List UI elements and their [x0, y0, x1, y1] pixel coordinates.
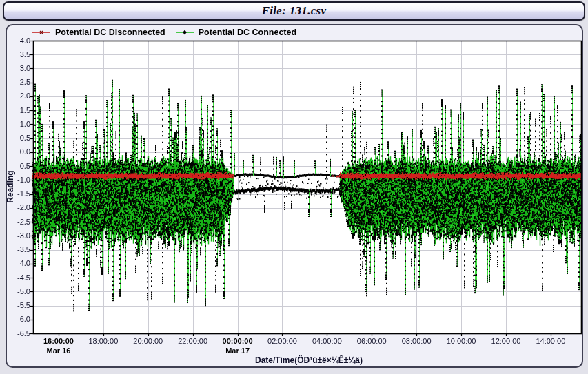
y-tick-label: -6.5	[7, 329, 30, 338]
y-tick-label: 0.0	[7, 147, 30, 156]
y-tick-label: -1.5	[7, 189, 30, 198]
y-tick-label: -4.5	[7, 273, 30, 282]
x-tick-label: 04:00:00	[305, 337, 349, 346]
y-tick-label: -5.5	[7, 301, 30, 310]
x-tick-label: 08:00:00	[394, 337, 438, 346]
y-tick-label: 3.0	[7, 64, 30, 73]
y-tick-label: 0.5	[7, 134, 30, 143]
x-tick-label: 18:00:00	[81, 337, 125, 346]
chart-canvas[interactable]	[0, 0, 588, 374]
y-tick-label: -3.5	[7, 245, 30, 254]
legend-marker-disconnected-icon	[32, 29, 51, 36]
y-tick-label: 2.5	[7, 78, 30, 87]
x-tick-label: 02:00:00	[260, 337, 304, 346]
legend-label-connected: Potential DC Connected	[199, 28, 296, 37]
y-tick-label: 3.5	[7, 50, 30, 59]
x-tick-label: 14:00:00	[529, 337, 573, 346]
legend-label-disconnected: Potential DC Disconnected	[55, 28, 165, 37]
y-tick-label: -4.0	[7, 259, 30, 268]
x-tick-label: 10:00:00	[439, 337, 483, 346]
y-tick-label: -2.5	[7, 218, 30, 227]
legend-item-disconnected: Potential DC Disconnected	[32, 28, 165, 37]
x-tick-label: 00:00:00	[216, 337, 260, 346]
legend-marker-connected-icon	[175, 29, 194, 36]
x-tick-label: 12:00:00	[484, 337, 528, 346]
legend: Potential DC Disconnected Potential DC C…	[32, 28, 296, 37]
x-tick-sub-label: Mar 16	[37, 346, 81, 355]
legend-item-connected: Potential DC Connected	[175, 28, 296, 37]
y-tick-label: 1.5	[7, 106, 30, 115]
y-tick-label: -3.0	[7, 231, 30, 240]
x-tick-label: 16:00:00	[37, 337, 81, 346]
y-tick-label: -2.0	[7, 203, 30, 212]
x-tick-label: 22:00:00	[171, 337, 215, 346]
y-tick-label: 2.0	[7, 92, 30, 101]
x-tick-sub-label: Mar 17	[216, 346, 260, 355]
y-tick-label: -1.0	[7, 176, 30, 185]
y-tick-label: -0.5	[7, 162, 30, 171]
y-tick-label: 1.0	[7, 120, 30, 129]
y-tick-label: 4.0	[7, 37, 30, 45]
y-tick-label: -5.0	[7, 287, 30, 296]
x-tick-label: 20:00:00	[126, 337, 170, 346]
x-axis-title: Date/Time(ÖÐ¹ú±ê×¼Ê±¼ä)	[255, 355, 363, 365]
x-tick-label: 06:00:00	[349, 337, 394, 346]
y-tick-label: -6.0	[7, 315, 30, 324]
